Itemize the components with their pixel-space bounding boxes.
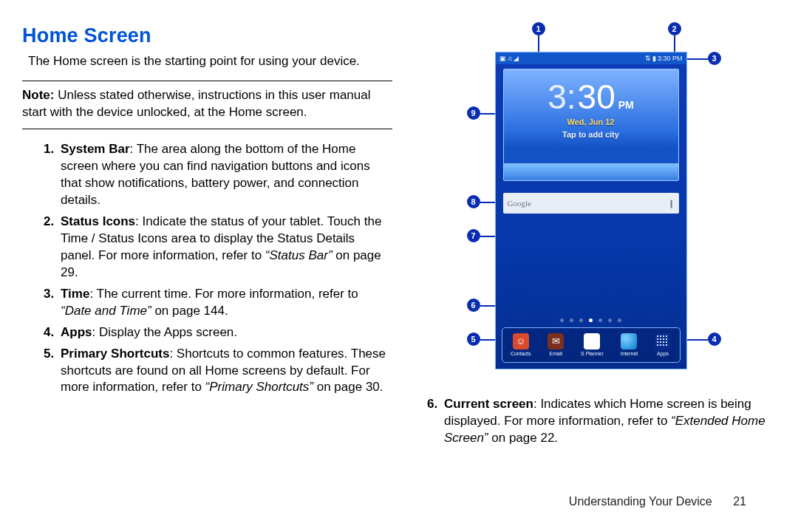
dock-contacts: ☺Contacts — [511, 333, 531, 357]
lead-line — [674, 35, 675, 53]
item-3-tail: on page 144. — [151, 304, 228, 318]
intro-text: The Home screen is the starting point fo… — [22, 53, 392, 70]
item-6-tail: on page 22. — [488, 431, 559, 445]
dock-apps: Apps — [655, 333, 671, 357]
dock-internet: Internet — [621, 333, 638, 357]
item-4: Apps: Display the Apps screen. — [58, 324, 392, 341]
page-heading: Home Screen — [22, 22, 392, 49]
callout-4: 4 — [708, 332, 721, 346]
callout-5: 5 — [467, 332, 480, 346]
callout-3: 3 — [708, 52, 721, 65]
clock-ampm: PM — [618, 98, 634, 112]
item-6-term: Current screen — [444, 397, 533, 411]
item-3: Time: The current time. For more informa… — [58, 286, 392, 320]
callout-9: 9 — [467, 106, 480, 120]
clock-photoband — [504, 163, 678, 180]
clock-hours: 3: — [548, 74, 576, 120]
callout-7: 7 — [467, 229, 480, 242]
dock-email: ✉Email — [548, 333, 564, 357]
contacts-icon: ☺ — [513, 333, 529, 349]
item-3-term: Time — [61, 287, 89, 301]
callout-6: 6 — [467, 299, 480, 312]
add-city-text: Tap to add city — [504, 129, 678, 140]
item-3-body: : The current time. For more information… — [89, 287, 358, 301]
note-block: Note: Unless stated otherwise, instructi… — [22, 81, 392, 129]
item-5-term: Primary Shortcuts — [61, 347, 169, 361]
item-1: System Bar: The area along the bottom of… — [58, 141, 392, 209]
clock-date: Wed, Jun 12 — [504, 117, 678, 128]
lead-line — [687, 339, 708, 341]
status-bar: ▣♫◢ ⇅▮3:30 PM — [496, 52, 686, 64]
note-label: Note: — [22, 88, 58, 102]
item-6: Current screen: Indicates which Home scr… — [441, 396, 776, 447]
items-list-right: Current screen: Indicates which Home scr… — [406, 396, 776, 451]
item-4-body: : Display the Apps screen. — [92, 325, 238, 339]
device-diagram: 1 2 3 4 5 6 7 8 9 ▣♫◢ ⇅▮3:30 PM 3:30PM W… — [443, 22, 739, 384]
item-2-ref: “Status Bar” — [265, 248, 332, 262]
item-5-tail: on page 30. — [313, 380, 383, 394]
item-2-term: Status Icons — [61, 214, 135, 228]
footer-page-number: 21 — [733, 495, 746, 508]
item-4-term: Apps — [61, 325, 92, 339]
status-left-icons: ▣♫◢ — [499, 54, 520, 63]
lead-line — [538, 35, 539, 53]
clock-widget: 3:30PM Wed, Jun 12 Tap to add city — [503, 69, 679, 181]
dock-splanner: 31S Planner — [581, 333, 604, 357]
clock-minutes: 30 — [578, 74, 615, 120]
mic-icon: ❙ — [668, 198, 675, 209]
item-1-term: System Bar — [61, 142, 130, 156]
tablet-mock: ▣♫◢ ⇅▮3:30 PM 3:30PM Wed, Jun 12 Tap to … — [495, 52, 687, 369]
search-bar: Google ❙ — [503, 193, 679, 214]
callout-1: 1 — [532, 22, 545, 35]
lead-line — [687, 58, 708, 60]
globe-icon — [621, 333, 637, 349]
calendar-icon: 31 — [584, 333, 600, 349]
note-body: Unless stated otherwise, instructions in… — [22, 88, 370, 119]
status-right: ⇅▮3:30 PM — [644, 54, 683, 63]
item-3-ref: “Date and Time” — [61, 304, 151, 318]
item-5: Primary Shortcuts: Shortcuts to common f… — [58, 346, 392, 397]
email-icon: ✉ — [548, 333, 564, 349]
lead-line — [480, 339, 497, 341]
item-2: Status Icons: Indicate the status of you… — [58, 214, 392, 282]
search-label: Google — [508, 198, 531, 209]
items-list-left: System Bar: The area along the bottom of… — [22, 141, 392, 400]
apps-icon — [655, 333, 671, 349]
item-5-ref: “Primary Shortcuts” — [205, 380, 313, 394]
page-footer: Understanding Your Device 21 — [569, 494, 746, 510]
callout-2: 2 — [668, 22, 681, 35]
footer-section: Understanding Your Device — [569, 495, 712, 508]
callout-8: 8 — [467, 195, 480, 208]
dock: ☺Contacts ✉Email 31S Planner Internet Ap… — [502, 327, 681, 363]
